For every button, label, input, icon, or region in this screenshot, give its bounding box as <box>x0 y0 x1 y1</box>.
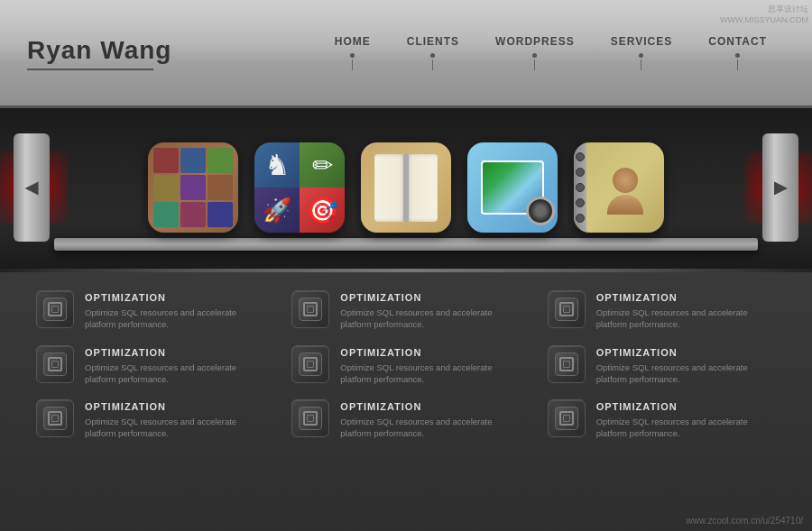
site-title-underline <box>27 69 153 70</box>
feature-item-4: OPTIMIZATION Optimize SQL resources and … <box>291 345 520 386</box>
feature-icon-inner-3 <box>43 352 67 376</box>
feature-title-5: OPTIMIZATION <box>596 347 776 358</box>
nav-label-wordpress: WORDPRESS <box>495 35 575 48</box>
feature-text-0: OPTIMIZATION Optimize SQL resources and … <box>85 290 264 331</box>
feature-icon-box-5 <box>548 345 586 383</box>
bottom-watermark: www.zcool.com.cn/u/254710/ <box>686 516 803 526</box>
feature-icon-inner-8 <box>555 407 578 430</box>
feature-desc-3: Optimize SQL resources and accelerate pl… <box>85 362 264 386</box>
left-arrow[interactable]: ◀ <box>25 178 38 197</box>
feature-desc-5: Optimize SQL resources and accelerate pl… <box>596 362 776 386</box>
roller-body-left: ◀ <box>14 133 50 242</box>
feature-icon-inner-1 <box>299 298 322 321</box>
feature-title-1: OPTIMIZATION <box>340 292 520 303</box>
reflection-line <box>0 269 812 272</box>
features-section: OPTIMIZATION Optimize SQL resources and … <box>0 272 812 531</box>
feature-desc-1: Optimize SQL resources and accelerate pl… <box>340 307 520 331</box>
feature-desc-6: Optimize SQL resources and accelerate pl… <box>85 416 264 440</box>
app-icon-chess[interactable]: ♞ ✏ 🚀 🎯 <box>254 142 345 233</box>
app-icon-addressbook[interactable] <box>574 142 664 233</box>
feature-item-1: OPTIMIZATION Optimize SQL resources and … <box>291 290 520 331</box>
feature-desc-8: Optimize SQL resources and accelerate pl… <box>596 416 776 440</box>
nav-dot-contact <box>735 53 740 58</box>
nav-item-wordpress[interactable]: WORDPRESS <box>477 35 593 70</box>
nav-item-contact[interactable]: CONTACT <box>690 35 785 70</box>
feature-title-3: OPTIMIZATION <box>85 347 264 358</box>
feature-item-7: OPTIMIZATION Optimize SQL resources and … <box>291 399 520 440</box>
right-arrow[interactable]: ▶ <box>774 178 787 197</box>
feature-item-2: OPTIMIZATION Optimize SQL resources and … <box>548 290 776 331</box>
feature-icon-symbol-6 <box>48 411 62 426</box>
feature-icon-box-3 <box>36 345 74 383</box>
nav-item-clients[interactable]: CLIENTS <box>389 35 477 70</box>
feature-icon-box-1 <box>291 290 329 328</box>
feature-icon-symbol-1 <box>303 302 318 316</box>
carousel-section: ◀ ♞ ✏ 🚀 🎯 <box>0 106 812 269</box>
nav-dot-services <box>639 53 643 58</box>
features-grid: OPTIMIZATION Optimize SQL resources and … <box>36 290 776 440</box>
feature-title-2: OPTIMIZATION <box>596 292 776 303</box>
header: Ryan Wang HOME CLIENTS WORDPRESS SERVICE… <box>0 0 812 108</box>
nav-item-home[interactable]: HOME <box>317 35 389 70</box>
feature-icon-box-6 <box>36 399 74 437</box>
feature-title-6: OPTIMIZATION <box>85 401 264 412</box>
feature-icon-symbol-8 <box>559 411 574 426</box>
feature-desc-0: Optimize SQL resources and accelerate pl… <box>85 307 264 331</box>
feature-text-6: OPTIMIZATION Optimize SQL resources and … <box>85 399 264 440</box>
feature-icon-symbol-2 <box>559 302 574 316</box>
feature-icon-symbol-4 <box>303 357 318 371</box>
carousel-right-roller: ▶ <box>749 106 812 269</box>
feature-icon-box-2 <box>548 290 586 328</box>
app-icon-photo[interactable] <box>467 142 558 233</box>
feature-icon-symbol-5 <box>559 357 574 371</box>
roller-body-right: ▶ <box>762 133 798 242</box>
feature-title-0: OPTIMIZATION <box>85 292 264 303</box>
nav-line-clients <box>432 60 433 70</box>
nav-item-services[interactable]: SERVICES <box>593 35 690 70</box>
feature-icon-inner-5 <box>555 352 578 376</box>
feature-icon-symbol-7 <box>303 411 318 426</box>
feature-title-7: OPTIMIZATION <box>340 401 520 412</box>
feature-icon-inner-0 <box>43 298 67 321</box>
feature-item-5: OPTIMIZATION Optimize SQL resources and … <box>548 345 776 386</box>
nav-line-contact <box>737 60 738 70</box>
feature-desc-7: Optimize SQL resources and accelerate pl… <box>340 416 520 440</box>
feature-icon-box-7 <box>291 399 329 437</box>
nav-line-services <box>641 60 641 70</box>
feature-desc-2: Optimize SQL resources and accelerate pl… <box>596 307 776 331</box>
feature-item-6: OPTIMIZATION Optimize SQL resources and … <box>36 399 264 440</box>
watermark-top-text2: WWW.MISSYUAN.COM <box>720 15 808 24</box>
feature-icon-inner-7 <box>299 407 322 430</box>
app-icons-shelf: ♞ ✏ 🚀 🎯 <box>148 142 664 233</box>
feature-icon-box-4 <box>291 345 329 383</box>
feature-text-5: OPTIMIZATION Optimize SQL resources and … <box>596 345 776 386</box>
nav-label-clients: CLIENTS <box>407 35 459 48</box>
feature-icon-inner-6 <box>43 407 67 430</box>
feature-item-8: OPTIMIZATION Optimize SQL resources and … <box>548 399 776 440</box>
nav-label-contact: CONTACT <box>708 35 767 48</box>
feature-icon-inner-2 <box>555 298 578 321</box>
nav-label-home: HOME <box>335 35 371 48</box>
feature-item-0: OPTIMIZATION Optimize SQL resources and … <box>36 290 264 331</box>
nav-dot-clients <box>430 53 435 58</box>
nav-line-home <box>352 60 353 70</box>
feature-title-8: OPTIMIZATION <box>596 401 776 412</box>
feature-icon-box-0 <box>36 290 74 328</box>
feature-icon-inner-4 <box>299 352 322 376</box>
feature-text-1: OPTIMIZATION Optimize SQL resources and … <box>340 290 520 331</box>
feature-icon-symbol-3 <box>48 357 62 371</box>
feature-title-4: OPTIMIZATION <box>340 347 520 358</box>
nav-label-services: SERVICES <box>611 35 672 48</box>
main-nav: HOME CLIENTS WORDPRESS SERVICES CONTACT <box>226 35 785 70</box>
feature-text-4: OPTIMIZATION Optimize SQL resources and … <box>340 345 520 386</box>
app-icon-book[interactable] <box>361 142 451 233</box>
feature-icon-symbol-0 <box>48 302 62 316</box>
feature-text-8: OPTIMIZATION Optimize SQL resources and … <box>596 399 776 440</box>
site-title-text: Ryan Wang <box>27 36 171 65</box>
site-title: Ryan Wang <box>27 36 171 70</box>
top-watermark: 思享设计坛 WWW.MISSYUAN.COM <box>720 4 808 24</box>
app-icon-bookshelf[interactable] <box>148 142 238 233</box>
feature-item-3: OPTIMIZATION Optimize SQL resources and … <box>36 345 264 386</box>
nav-dot-home <box>350 53 355 58</box>
shelf-bar <box>54 238 758 251</box>
